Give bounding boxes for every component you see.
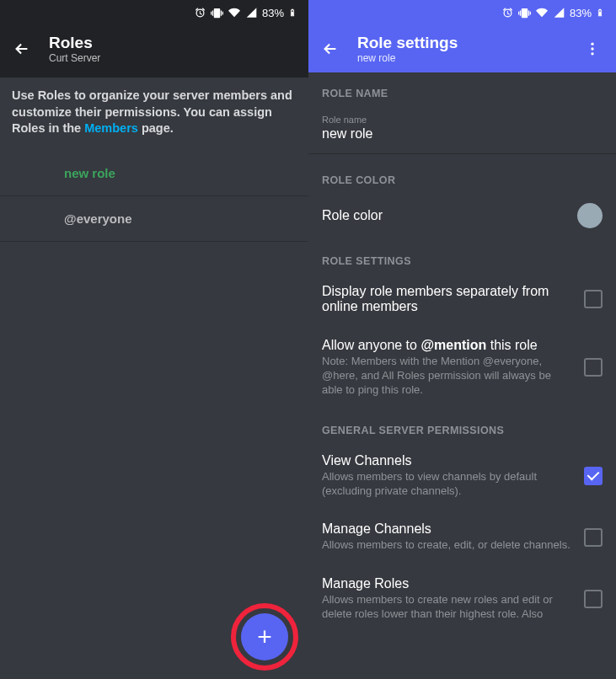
header: Role settings new role [308,25,616,72]
manage-channels-desc: Allows members to create, edit, or delet… [322,538,574,553]
role-item-new-role[interactable]: new role [0,151,308,196]
battery-text: 83% [262,7,284,19]
role-name-header: ROLE NAME [308,72,616,104]
mention-bold: @mention [420,338,486,352]
svg-rect-1 [599,12,602,16]
role-settings-header: ROLE SETTINGS [308,240,616,272]
battery-icon [288,6,297,19]
intro-post: page. [138,121,174,135]
header-titles: Roles Curt Server [49,34,100,64]
page-subtitle: Curt Server [49,52,100,64]
status-bar: 83% [308,0,616,25]
role-settings-screen: 83% Role settings new role ROLE NAME Rol… [308,0,616,679]
view-channels-row[interactable]: View Channels Allows members to view cha… [308,441,616,511]
general-perms-header: GENERAL SERVER PERMISSIONS [308,409,616,441]
display-separately-title: Display role members separately from onl… [322,284,574,314]
wifi-icon [535,7,549,19]
page-title: Role settings [357,34,458,52]
alarm-icon [194,7,206,19]
alarm-icon [501,7,514,19]
role-name: @everyone [64,211,132,226]
vibrate-icon [211,7,223,19]
header-titles: Role settings new role [357,34,458,64]
svg-point-2 [591,43,593,45]
view-channels-desc: Allows members to view channels by defau… [322,470,574,499]
manage-channels-title: Manage Channels [322,521,574,537]
mention-pre: Allow anyone to [322,338,420,352]
roles-screen: 83% Roles Curt Server Use Roles to organ… [0,0,308,679]
role-name: new role [64,166,115,180]
signal-icon [245,7,258,19]
svg-point-3 [591,47,593,50]
svg-rect-0 [292,12,294,16]
view-channels-checkbox[interactable] [584,467,603,485]
mention-post: this role [486,338,537,352]
allow-mention-row[interactable]: Allow anyone to @mention this role Note:… [308,326,616,409]
manage-roles-desc: Allows members to create new roles and e… [322,593,574,622]
role-name-label: Role name [308,104,616,125]
header: Roles Curt Server [0,25,308,78]
back-icon[interactable] [320,39,340,59]
manage-roles-row[interactable]: Manage Roles Allows members to create ne… [308,564,616,634]
battery-text: 83% [570,7,592,19]
page-title: Roles [49,34,100,52]
manage-roles-title: Manage Roles [322,576,574,591]
role-color-label: Role color [322,208,567,223]
status-bar: 83% [0,0,308,25]
intro-text: Use Roles to organize your server member… [0,78,308,151]
allow-mention-checkbox[interactable] [584,358,603,377]
page-subtitle: new role [357,52,458,64]
role-color-header: ROLE COLOR [308,159,616,191]
add-role-button[interactable]: + [241,613,288,660]
role-color-swatch[interactable] [577,203,603,228]
display-separately-checkbox[interactable] [584,290,603,308]
role-item-everyone[interactable]: @everyone [0,196,308,242]
role-color-row[interactable]: Role color [308,191,616,240]
members-link[interactable]: Members [84,121,138,135]
svg-point-4 [591,52,593,55]
back-icon[interactable] [12,39,32,59]
vibrate-icon [518,7,531,19]
allow-mention-desc: Note: Members with the Mention @everyone… [322,355,574,398]
more-icon[interactable] [582,39,603,59]
fab-highlight-ring: + [231,603,298,671]
manage-channels-row[interactable]: Manage Channels Allows members to create… [308,510,616,564]
display-separately-row[interactable]: Display role members separately from onl… [308,272,616,326]
wifi-icon [228,7,241,19]
manage-roles-checkbox[interactable] [584,590,603,608]
allow-mention-title: Allow anyone to @mention this role [322,338,574,353]
view-channels-title: View Channels [322,453,574,468]
role-name-input[interactable]: new role [308,125,616,154]
battery-icon [596,6,604,19]
manage-channels-checkbox[interactable] [584,528,603,547]
signal-icon [553,7,565,19]
plus-icon: + [257,623,272,651]
